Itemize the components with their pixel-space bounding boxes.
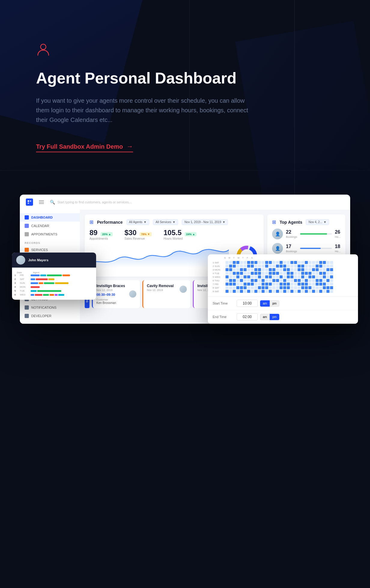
top-agents-header: ⊞ Top Agents Nov 4, 2... ▼ (272, 219, 341, 225)
agent-hours-val-2: 18 (335, 244, 341, 249)
avail-cell (298, 268, 301, 271)
avail-cell (298, 265, 301, 268)
end-time-input[interactable] (237, 313, 258, 320)
avail-cell (319, 275, 322, 278)
avail-cell (308, 268, 311, 271)
hours-badge: 24% ▲ (185, 232, 196, 236)
avail-row-6: 6 THU (213, 279, 353, 282)
appointment-card-2[interactable]: Cavity Removal Nov 12, 2019 (142, 280, 190, 308)
schedule-col-headers: Date Agent (14, 270, 94, 274)
avail-cell (258, 272, 261, 275)
avail-cell (240, 290, 243, 293)
row-num-3: 3 (14, 282, 18, 284)
filter-agents[interactable]: All Agents ▼ (126, 219, 149, 225)
avail-cell (319, 279, 322, 282)
avail-cell (298, 283, 301, 286)
svg-point-0 (41, 44, 46, 50)
filter-services[interactable]: All Services ▼ (153, 219, 178, 225)
avail-cell (280, 275, 283, 278)
person-icon (36, 42, 50, 56)
filter-date[interactable]: Nov 1, 2019 - Nov 11, 2019 ▼ (182, 219, 228, 225)
start-am-button[interactable]: am (260, 300, 270, 307)
avail-cell (265, 265, 268, 268)
avail-cell (254, 290, 257, 293)
sidebar-services-label: SERVICES (31, 248, 48, 252)
avail-cell (330, 265, 333, 268)
sidebar-item-notifications[interactable]: NOTIFICATIONS (20, 303, 80, 312)
avail-cell (287, 279, 290, 282)
avail-cell (226, 268, 229, 271)
hamburger-menu[interactable] (39, 200, 44, 204)
avail-cell (283, 272, 286, 275)
avail-cell (316, 268, 319, 271)
avail-cell (251, 272, 254, 275)
sandbox-demo-link[interactable]: Try Full Sandbox Admin Demo → (36, 143, 133, 152)
avail-cell (326, 268, 329, 271)
avail-cell (287, 265, 290, 268)
appt-avatar-2 (180, 286, 187, 293)
schedule-row-2: 2 SAT (14, 278, 94, 280)
sidebar-item-calendar[interactable]: CALENDAR (20, 222, 80, 230)
avail-cell (265, 279, 268, 282)
hours-value: 105.5 (164, 229, 182, 237)
avail-row-8: 8 SAT (213, 286, 353, 289)
avail-cell (298, 286, 301, 289)
avail-cell (312, 272, 315, 275)
avail-cell (254, 268, 257, 271)
avail-cell (280, 268, 283, 271)
avail-cell (305, 272, 308, 275)
avail-cell (247, 261, 250, 264)
avail-cell (301, 290, 304, 293)
avail-cell (290, 268, 293, 271)
avail-cell (280, 279, 283, 282)
sidebar-dev-label: DEVELOPER (31, 314, 51, 318)
appointment-card-1[interactable]: Invisilign Braces Nov 12, 2019 08:30–09:… (92, 280, 140, 308)
avail-cell (233, 265, 236, 268)
avail-cell (305, 261, 308, 264)
bar (50, 294, 54, 296)
bar (44, 282, 54, 284)
avail-cell (294, 279, 297, 282)
avail-cell (298, 261, 301, 264)
avail-cell (330, 283, 333, 286)
avail-cell (308, 261, 311, 264)
avail-cell (276, 279, 279, 282)
avail-cell (229, 268, 232, 271)
row-bars-6 (31, 294, 94, 296)
row-num-4: 4 (14, 286, 18, 288)
avail-cell (316, 283, 319, 286)
end-am-button[interactable]: am (260, 314, 270, 320)
sidebar-item-dashboard[interactable]: DASHBOARD (20, 213, 80, 222)
avail-cell (244, 279, 247, 282)
avail-cell (269, 265, 272, 268)
agent-bar-fill-2 (300, 248, 321, 249)
performance-header: ⊞ Performance All Agents ▼ All Services … (89, 219, 259, 225)
avail-cell (301, 275, 304, 278)
avail-cell (226, 279, 229, 282)
start-time-input[interactable] (237, 300, 258, 307)
avail-cell (233, 275, 236, 278)
avail-cell (247, 272, 250, 275)
avail-cell (319, 265, 322, 268)
end-pm-button[interactable]: pm (270, 314, 279, 320)
avail-cell (254, 275, 257, 278)
developer-icon (25, 314, 29, 318)
avail-cell (287, 275, 290, 278)
avail-cell (240, 283, 243, 286)
avail-cell (294, 290, 297, 293)
schedule-row-4: 4 MON (14, 286, 94, 288)
avail-cell (283, 279, 286, 282)
avail-cell (236, 265, 239, 268)
avail-cell (301, 265, 304, 268)
sidebar-item-developer[interactable]: DEVELOPER (20, 312, 80, 320)
start-pm-button[interactable]: pm (270, 300, 279, 307)
avail-cell (247, 283, 250, 286)
avail-cell (280, 261, 283, 264)
avail-cell (240, 265, 243, 268)
sidebar-item-appointments[interactable]: APPOINTMENTS (20, 230, 80, 238)
avail-cell (229, 290, 232, 293)
row-day-3: SUN (20, 282, 29, 284)
agent-hours-val-1: 26 (335, 229, 341, 235)
avail-cell (262, 286, 265, 289)
top-agents-filter[interactable]: Nov 4, 2... ▼ (306, 219, 329, 225)
